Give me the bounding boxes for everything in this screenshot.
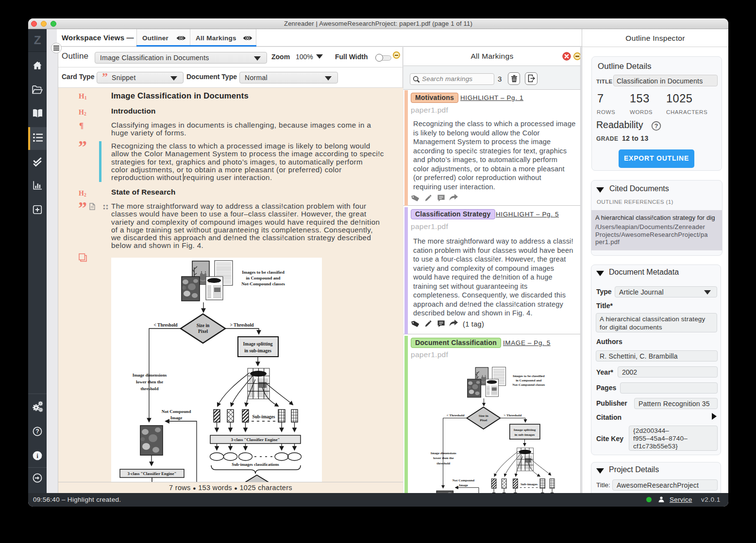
svg-text:i: i (36, 452, 38, 460)
svg-text:?: ? (655, 123, 658, 130)
svg-text:?: ? (35, 428, 39, 435)
